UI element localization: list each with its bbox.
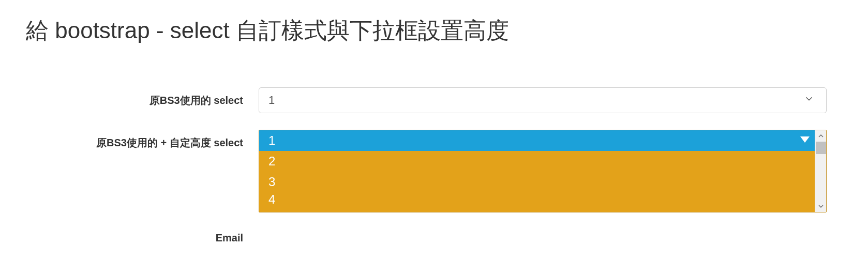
select-option[interactable]: 1 — [259, 130, 815, 151]
select-option[interactable]: 2 — [259, 151, 815, 172]
label-email: Email — [26, 226, 259, 244]
select-bs3-value: 1 — [268, 94, 275, 107]
label-bs3-select: 原BS3使用的 select — [26, 87, 259, 108]
scrollbar[interactable] — [815, 130, 826, 212]
chevron-down-icon — [803, 93, 815, 108]
page-heading: 給 bootstrap - select 自訂樣式與下拉框設置高度 — [26, 16, 842, 46]
select-bs3[interactable]: 1 — [259, 87, 827, 113]
form-row-bs3-custom-height-select: 原BS3使用的 + 自定高度 select 1 2 3 4 — [26, 130, 842, 212]
option-list[interactable]: 1 2 3 4 — [259, 130, 815, 212]
scroll-up-icon[interactable] — [815, 130, 827, 142]
scroll-down-icon[interactable] — [815, 201, 827, 212]
scrollbar-thumb[interactable] — [816, 142, 826, 154]
select-custom-height[interactable]: 1 2 3 4 — [259, 130, 827, 212]
form-row-bs3-select: 原BS3使用的 select 1 — [26, 87, 842, 113]
select-option[interactable]: 3 — [259, 172, 815, 192]
label-bs3-custom-height-select: 原BS3使用的 + 自定高度 select — [26, 130, 259, 150]
select-option[interactable]: 4 — [259, 192, 815, 204]
form-row-email: Email — [26, 226, 842, 244]
